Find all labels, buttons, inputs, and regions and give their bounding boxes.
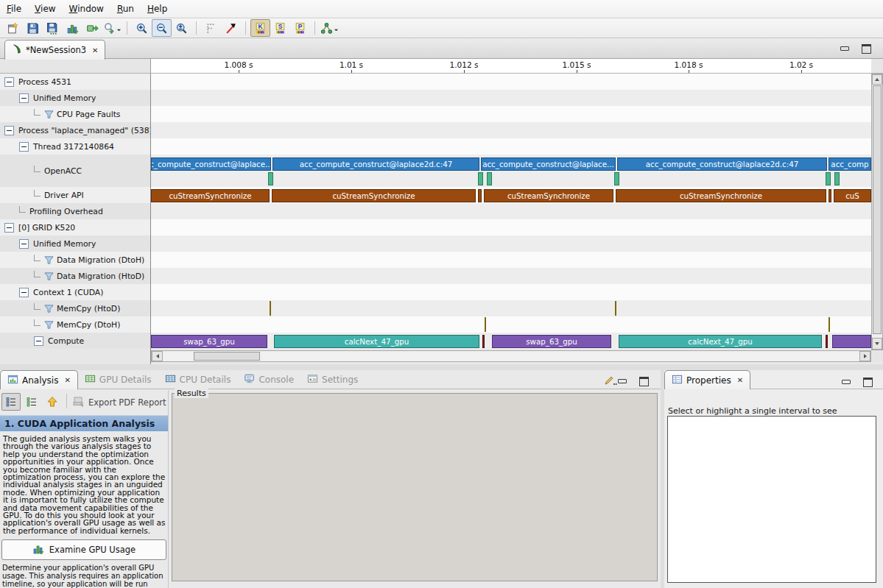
maximize-icon[interactable] [639,377,649,386]
scroll-right-button[interactable] [859,351,870,361]
zoom-tool-button[interactable] [102,19,122,37]
openacc-wait-marker[interactable] [614,172,619,185]
scroll-left-button[interactable] [152,351,163,361]
vertical-scrollbar[interactable] [871,74,883,350]
collapse-toggle-icon[interactable] [4,126,14,135]
tab-settings[interactable]: Settings [300,370,365,389]
driver-api-interval[interactable]: cuStreamSynchronize [272,189,476,202]
collapse-toggle-icon[interactable] [19,288,29,297]
close-icon[interactable]: ✕ [737,376,743,384]
chevron-down-icon[interactable] [116,21,122,35]
zoom-in-button[interactable] [132,19,152,37]
tab-session[interactable]: *NewSession3 ✕ [4,40,105,60]
scroll-down-button[interactable] [872,338,882,350]
openacc-wait-marker[interactable] [478,172,483,185]
openacc-wait-marker[interactable] [826,172,831,185]
analysis-guided-view-button[interactable] [1,393,21,411]
collapse-toggle-icon[interactable] [19,239,29,249]
collapse-toggle-icon[interactable] [19,93,29,103]
tree-row-profiling-overhead[interactable]: Profiling Overhead [0,203,150,219]
collapse-toggle-icon[interactable] [19,142,29,152]
horizontal-scrollbar[interactable] [151,350,871,362]
filter-funnel-icon[interactable] [44,304,54,314]
driver-api-interval[interactable]: cuStreamSynchronize [151,189,270,202]
tree-row-process-4531[interactable]: Process 4531 [0,74,150,90]
color-by-stream-button[interactable]: S [270,19,290,37]
topology-button[interactable] [320,19,340,37]
filter-funnel-icon[interactable] [44,255,54,265]
mark-timeline-button[interactable] [201,19,221,37]
tab-cpu-details[interactable]: CPU Details [158,370,238,389]
examine-gpu-usage-button[interactable]: Examine GPU Usage [1,539,166,560]
tab-analysis[interactable]: Analysis✕ [0,370,78,389]
filter-funnel-icon[interactable] [44,320,54,330]
compute-kernel-interval[interactable]: swap_63_gpu [492,335,611,348]
tree-row-context-1-cuda[interactable]: Context 1 (CUDA) [0,284,150,300]
tree-row-cpu-page-faults[interactable]: CPU Page Faults [0,106,150,122]
tree-row-unified-memory[interactable]: Unified Memory [0,235,150,252]
driver-api-interval[interactable]: cuStreamSynchronize [484,189,613,202]
view-menu-pencil-icon[interactable] [604,375,617,386]
driver-api-interval[interactable]: cuS [834,189,871,202]
driver-api-interval[interactable] [829,189,831,202]
tab-properties[interactable]: Properties✕ [664,370,750,389]
zoom-out-button[interactable] [152,19,172,37]
minimize-icon[interactable] [618,379,627,383]
collapse-toggle-icon[interactable] [4,77,14,87]
analysis-back-button[interactable] [43,393,62,411]
collapse-toggle-icon[interactable] [34,336,43,346]
compute-kernel-interval[interactable] [826,335,828,348]
memcpy-htod-marker[interactable] [615,301,616,316]
maximize-icon[interactable] [862,44,871,54]
chevron-down-icon[interactable] [334,21,339,35]
tree-row-thread-3172140864[interactable]: Thread 3172140864 [0,138,150,155]
tree-row-data-migration-htod[interactable]: Data Migration (HtoD) [0,268,150,284]
goto-marker-button[interactable] [221,19,241,37]
tree-row-process-laplace-managed-538[interactable]: Process "laplace_managed" (538) [0,122,150,138]
menu-help[interactable]: Help [141,1,174,17]
compute-kernel-interval[interactable]: calcNext_47_gpu [619,335,822,348]
memcpy-dtoh-marker[interactable] [829,317,830,332]
close-icon[interactable]: ✕ [92,46,98,54]
compute-kernel-interval[interactable] [832,335,871,348]
minimize-icon[interactable] [840,46,849,51]
openacc-wait-marker[interactable] [834,172,840,185]
openacc-interval[interactable]: acc_compute_construct@laplace... [481,157,616,171]
tree-row-unified-memory[interactable]: Unified Memory [0,90,150,106]
tab-console[interactable]: Console [237,370,300,389]
menu-window[interactable]: Window [63,1,110,17]
maximize-icon[interactable] [863,378,873,387]
generate-timeline-button[interactable] [63,19,82,37]
openacc-wait-marker[interactable] [268,172,273,185]
minimize-icon[interactable] [842,380,851,384]
export-pdf-report-button[interactable]: Export PDF Report [72,394,166,411]
zoom-fit-button[interactable] [172,19,191,37]
tree-row-memcpy-dtoh[interactable]: MemCpy (DtoH) [0,316,150,333]
compute-kernel-interval[interactable] [482,335,485,348]
filter-funnel-icon[interactable] [44,110,54,119]
new-session-button[interactable] [3,19,23,37]
menu-view[interactable]: View [28,1,62,17]
tree-row-0-grid-k520[interactable]: [0] GRID K520 [0,219,150,235]
tree-row-compute[interactable]: Compute [0,333,150,349]
horizontal-scroll-thumb[interactable] [194,352,260,361]
save-as-button[interactable] [43,19,63,37]
analysis-unguided-view-button[interactable] [22,393,41,411]
color-by-process-button[interactable]: P [290,19,310,37]
collapse-toggle-icon[interactable] [4,223,14,233]
close-icon[interactable]: ✕ [64,376,70,384]
driver-api-interval[interactable]: cuStreamSynchronize [616,189,826,202]
menu-file[interactable]: File [0,1,28,17]
scroll-up-button[interactable] [872,74,882,85]
openacc-interval[interactable]: acc_comp [829,157,871,171]
tab-gpu-details[interactable]: GPU Details [78,370,158,389]
compute-kernel-interval[interactable]: swap_63_gpu [151,335,267,348]
driver-api-interval[interactable] [478,189,482,202]
run-application-button[interactable] [82,19,102,37]
openacc-interval[interactable]: acc_compute_construct@laplace2d.c:47 [617,157,827,171]
tree-row-memcpy-htod[interactable]: MemCpy (HtoD) [0,300,150,316]
tree-row-openacc[interactable]: OpenACC [0,155,150,187]
memcpy-htod-marker[interactable] [270,301,271,316]
tree-row-data-migration-dtoh[interactable]: Data Migration (DtoH) [0,252,150,268]
openacc-interval[interactable]: c_compute_construct@laplace... [151,157,271,171]
